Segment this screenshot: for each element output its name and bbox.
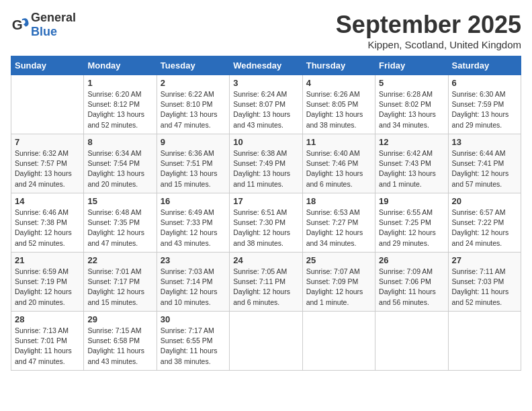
day-info: Sunrise: 7:13 AMSunset: 7:01 PMDaylight:… — [15, 326, 80, 367]
calendar-day-cell: 11Sunrise: 6:40 AMSunset: 7:46 PMDayligh… — [302, 134, 375, 193]
logo-icon: G — [11, 15, 30, 34]
weekday-header: Thursday — [302, 56, 375, 75]
calendar-day-cell: 26Sunrise: 7:09 AMSunset: 7:06 PMDayligh… — [375, 253, 448, 312]
day-info: Sunrise: 6:26 AMSunset: 8:05 PMDaylight:… — [306, 89, 371, 130]
calendar-week-row: 7Sunrise: 6:32 AMSunset: 7:57 PMDaylight… — [11, 134, 521, 193]
weekday-header: Friday — [375, 56, 448, 75]
day-info: Sunrise: 6:22 AMSunset: 8:10 PMDaylight:… — [161, 89, 226, 130]
day-number: 25 — [306, 255, 371, 265]
month-title: September 2025 — [336, 11, 521, 39]
calendar-table: SundayMondayTuesdayWednesdayThursdayFrid… — [11, 56, 521, 371]
day-info: Sunrise: 6:53 AMSunset: 7:27 PMDaylight:… — [306, 208, 371, 248]
day-number: 22 — [87, 255, 152, 265]
day-number: 16 — [161, 196, 226, 206]
calendar-day-cell: 9Sunrise: 6:36 AMSunset: 7:51 PMDaylight… — [157, 134, 229, 193]
day-info: Sunrise: 7:17 AMSunset: 6:55 PMDaylight:… — [161, 326, 226, 367]
weekday-header: Saturday — [448, 56, 521, 75]
svg-text:G: G — [12, 17, 23, 32]
day-info: Sunrise: 6:24 AMSunset: 8:07 PMDaylight:… — [233, 89, 298, 130]
day-info: Sunrise: 6:40 AMSunset: 7:46 PMDaylight:… — [306, 148, 371, 189]
day-number: 15 — [87, 196, 152, 206]
calendar-day-cell: 2Sunrise: 6:22 AMSunset: 8:10 PMDaylight… — [157, 75, 229, 134]
calendar-day-cell: 8Sunrise: 6:34 AMSunset: 7:54 PMDaylight… — [84, 134, 157, 193]
weekday-header: Sunday — [11, 56, 84, 75]
day-number: 30 — [161, 314, 226, 324]
calendar-day-cell: 18Sunrise: 6:53 AMSunset: 7:27 PMDayligh… — [302, 193, 375, 253]
day-info: Sunrise: 7:07 AMSunset: 7:09 PMDaylight:… — [306, 267, 371, 308]
calendar-day-cell: 29Sunrise: 7:15 AMSunset: 6:58 PMDayligh… — [84, 312, 157, 371]
day-info: Sunrise: 6:57 AMSunset: 7:22 PMDaylight:… — [452, 208, 517, 248]
calendar-day-cell: 17Sunrise: 6:51 AMSunset: 7:30 PMDayligh… — [230, 193, 302, 253]
day-number: 3 — [233, 78, 298, 88]
day-number: 27 — [452, 255, 517, 265]
day-number: 5 — [379, 78, 444, 88]
calendar-day-cell: 14Sunrise: 6:46 AMSunset: 7:38 PMDayligh… — [11, 193, 84, 253]
day-number: 7 — [15, 137, 80, 147]
day-info: Sunrise: 7:09 AMSunset: 7:06 PMDaylight:… — [379, 267, 444, 308]
day-number: 10 — [233, 137, 298, 147]
weekday-header: Wednesday — [230, 56, 302, 75]
calendar-day-cell: 10Sunrise: 6:38 AMSunset: 7:49 PMDayligh… — [230, 134, 302, 193]
day-info: Sunrise: 7:01 AMSunset: 7:17 PMDaylight:… — [87, 267, 152, 308]
day-number: 11 — [306, 137, 371, 147]
calendar-day-cell: 4Sunrise: 6:26 AMSunset: 8:05 PMDaylight… — [302, 75, 375, 134]
calendar-day-cell: 21Sunrise: 6:59 AMSunset: 7:19 PMDayligh… — [11, 253, 84, 312]
day-info: Sunrise: 6:49 AMSunset: 7:33 PMDaylight:… — [161, 208, 226, 248]
day-info: Sunrise: 6:38 AMSunset: 7:49 PMDaylight:… — [233, 148, 298, 189]
calendar-day-cell — [375, 312, 448, 371]
calendar-day-cell: 19Sunrise: 6:55 AMSunset: 7:25 PMDayligh… — [375, 193, 448, 253]
calendar-day-cell: 28Sunrise: 7:13 AMSunset: 7:01 PMDayligh… — [11, 312, 84, 371]
day-info: Sunrise: 6:46 AMSunset: 7:38 PMDaylight:… — [15, 208, 80, 248]
calendar-day-cell — [230, 312, 302, 371]
calendar-day-cell: 23Sunrise: 7:03 AMSunset: 7:14 PMDayligh… — [157, 253, 229, 312]
day-info: Sunrise: 6:51 AMSunset: 7:30 PMDaylight:… — [233, 208, 298, 248]
day-info: Sunrise: 6:42 AMSunset: 7:43 PMDaylight:… — [379, 148, 444, 189]
day-number: 20 — [452, 196, 517, 206]
day-number: 29 — [87, 314, 152, 324]
day-number: 28 — [15, 314, 80, 324]
day-info: Sunrise: 6:20 AMSunset: 8:12 PMDaylight:… — [87, 89, 152, 130]
day-info: Sunrise: 6:28 AMSunset: 8:02 PMDaylight:… — [379, 89, 444, 130]
calendar-week-row: 1Sunrise: 6:20 AMSunset: 8:12 PMDaylight… — [11, 75, 521, 134]
logo: G General Blue — [11, 11, 76, 39]
calendar-day-cell: 20Sunrise: 6:57 AMSunset: 7:22 PMDayligh… — [448, 193, 521, 253]
day-number: 6 — [452, 78, 517, 88]
day-info: Sunrise: 6:48 AMSunset: 7:35 PMDaylight:… — [87, 208, 152, 248]
calendar-day-cell: 6Sunrise: 6:30 AMSunset: 7:59 PMDaylight… — [448, 75, 521, 134]
calendar-day-cell: 24Sunrise: 7:05 AMSunset: 7:11 PMDayligh… — [230, 253, 302, 312]
day-number: 4 — [306, 78, 371, 88]
calendar-week-row: 28Sunrise: 7:13 AMSunset: 7:01 PMDayligh… — [11, 312, 521, 371]
day-info: Sunrise: 6:44 AMSunset: 7:41 PMDaylight:… — [452, 148, 517, 189]
day-number: 9 — [161, 137, 226, 147]
calendar-day-cell: 12Sunrise: 6:42 AMSunset: 7:43 PMDayligh… — [375, 134, 448, 193]
day-info: Sunrise: 7:11 AMSunset: 7:03 PMDaylight:… — [452, 267, 517, 308]
day-number: 23 — [161, 255, 226, 265]
calendar-day-cell — [11, 75, 84, 134]
calendar-day-cell: 27Sunrise: 7:11 AMSunset: 7:03 PMDayligh… — [448, 253, 521, 312]
day-number: 1 — [87, 78, 152, 88]
logo-general: General — [31, 11, 76, 24]
day-number: 24 — [233, 255, 298, 265]
day-number: 14 — [15, 196, 80, 206]
calendar-day-cell: 15Sunrise: 6:48 AMSunset: 7:35 PMDayligh… — [84, 193, 157, 253]
day-number: 18 — [306, 196, 371, 206]
day-number: 13 — [452, 137, 517, 147]
calendar-day-cell: 25Sunrise: 7:07 AMSunset: 7:09 PMDayligh… — [302, 253, 375, 312]
calendar-week-row: 14Sunrise: 6:46 AMSunset: 7:38 PMDayligh… — [11, 193, 521, 253]
day-info: Sunrise: 6:55 AMSunset: 7:25 PMDaylight:… — [379, 208, 444, 248]
title-area: September 2025 Kippen, Scotland, United … — [336, 11, 521, 50]
calendar-day-cell: 22Sunrise: 7:01 AMSunset: 7:17 PMDayligh… — [84, 253, 157, 312]
day-info: Sunrise: 7:03 AMSunset: 7:14 PMDaylight:… — [161, 267, 226, 308]
calendar-day-cell: 7Sunrise: 6:32 AMSunset: 7:57 PMDaylight… — [11, 134, 84, 193]
day-number: 12 — [379, 137, 444, 147]
calendar-day-cell: 30Sunrise: 7:17 AMSunset: 6:55 PMDayligh… — [157, 312, 229, 371]
day-number: 8 — [87, 137, 152, 147]
calendar-day-cell: 5Sunrise: 6:28 AMSunset: 8:02 PMDaylight… — [375, 75, 448, 134]
calendar-day-cell: 16Sunrise: 6:49 AMSunset: 7:33 PMDayligh… — [157, 193, 229, 253]
calendar-day-cell: 1Sunrise: 6:20 AMSunset: 8:12 PMDaylight… — [84, 75, 157, 134]
logo-blue: Blue — [31, 25, 57, 38]
weekday-header: Monday — [84, 56, 157, 75]
weekday-header: Tuesday — [157, 56, 229, 75]
day-number: 19 — [379, 196, 444, 206]
day-number: 26 — [379, 255, 444, 265]
